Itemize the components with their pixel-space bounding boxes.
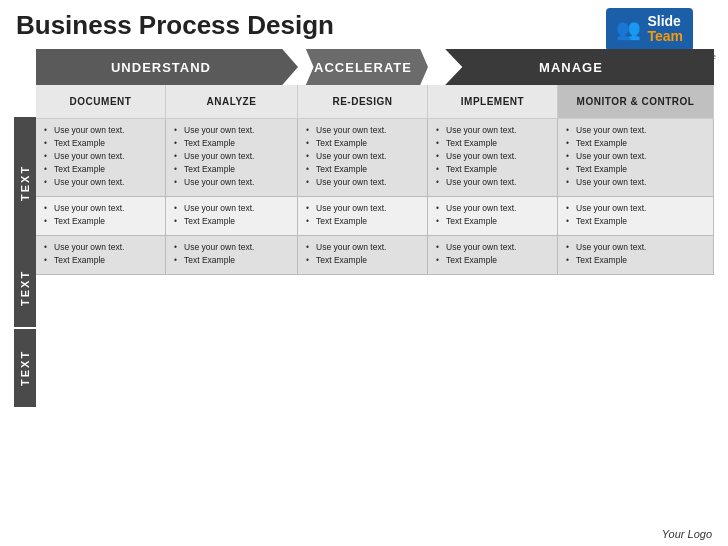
- cell-r2-redesign: Use your own text. Text Example: [298, 197, 428, 235]
- logo-team: Team: [647, 29, 683, 44]
- col-header-document: DOCUMENT: [36, 85, 166, 118]
- cell-r2-monitor: Use your own text. Text Example: [558, 197, 714, 235]
- cell-r2-analyze: Use your own text. Text Example: [166, 197, 298, 235]
- table-area: UNDERSTAND ACCELERATE MANAGE DOCUMENT AN…: [36, 49, 714, 409]
- main-container: TEXT TEXT TEXT UNDERSTAND ACCELERATE MAN…: [14, 49, 714, 409]
- footer-logo: Your Logo: [662, 528, 712, 540]
- logo-slide: Slide: [647, 14, 683, 29]
- table-row: Use your own text. Text Example Use your…: [36, 119, 714, 197]
- row-label-3: TEXT: [14, 329, 36, 409]
- header-top: UNDERSTAND ACCELERATE MANAGE: [36, 49, 714, 85]
- header-accelerate: ACCELERATE: [298, 49, 428, 85]
- header-manage: MANAGE: [428, 49, 714, 85]
- row-labels: TEXT TEXT TEXT: [14, 117, 36, 409]
- col-header-redesign: RE-DESIGN: [298, 85, 428, 118]
- cell-r1-implement: Use your own text. Text Example Use your…: [428, 119, 558, 196]
- cell-r2-implement: Use your own text. Text Example: [428, 197, 558, 235]
- cell-r1-monitor: Use your own text. Text Example Use your…: [558, 119, 714, 196]
- col-header-implement: IMPLEMENT: [428, 85, 558, 118]
- cell-r1-doc: Use your own text. Text Example Use your…: [36, 119, 166, 196]
- cell-r1-redesign: Use your own text. Text Example Use your…: [298, 119, 428, 196]
- cell-r2-doc: Use your own text. Text Example: [36, 197, 166, 235]
- row-label-1: TEXT: [14, 117, 36, 249]
- cell-r3-analyze: Use your own text. Text Example: [166, 236, 298, 274]
- cell-r3-monitor: Use your own text. Text Example: [558, 236, 714, 274]
- table-row: Use your own text. Text Example Use your…: [36, 236, 714, 275]
- cell-r3-doc: Use your own text. Text Example: [36, 236, 166, 274]
- header-understand: UNDERSTAND: [36, 49, 298, 85]
- logo-icon: 👥: [616, 17, 641, 41]
- col-header-analyze: ANALYZE: [166, 85, 298, 118]
- header-sub: DOCUMENT ANALYZE RE-DESIGN IMPLEMENT MON…: [36, 85, 714, 119]
- table-row: Use your own text. Text Example Use your…: [36, 197, 714, 236]
- cell-r1-analyze: Use your own text. Text Example Use your…: [166, 119, 298, 196]
- logo-box: 👥 Slide Team: [606, 8, 693, 51]
- col-header-monitor: MONITOR & CONTROL: [558, 85, 714, 118]
- row-label-2: TEXT: [14, 249, 36, 329]
- cell-r3-redesign: Use your own text. Text Example: [298, 236, 428, 274]
- data-rows: Use your own text. Text Example Use your…: [36, 119, 714, 275]
- cell-r3-implement: Use your own text. Text Example: [428, 236, 558, 274]
